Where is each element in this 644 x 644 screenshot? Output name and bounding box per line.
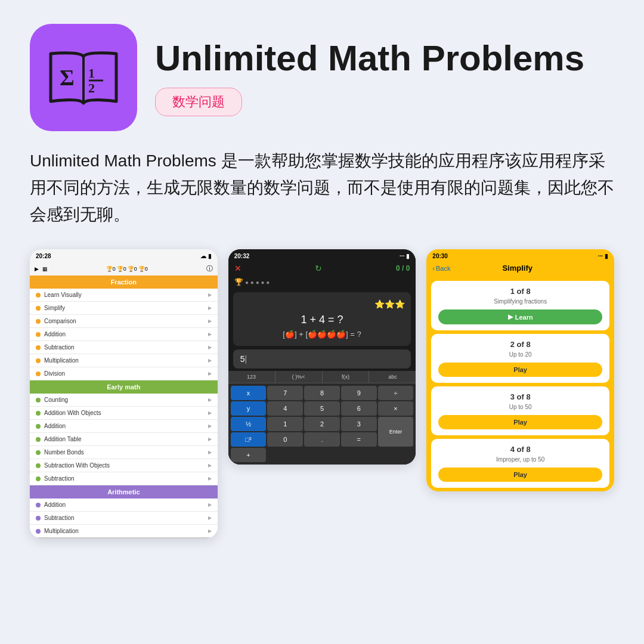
stars: ⭐⭐⭐	[239, 299, 405, 309]
time-1: 20:28	[36, 253, 51, 259]
key-plus[interactable]: +	[231, 448, 267, 462]
list-item[interactable]: Addition▶	[30, 499, 218, 512]
arithmetic-menu: Addition▶ Subtraction▶ Multiplication▶	[30, 499, 218, 538]
list-item[interactable]: Addition▶	[30, 328, 218, 341]
keyboard-tabs: 123 ( )%< f(x) abc	[228, 371, 416, 383]
list-item[interactable]: Subtraction▶	[30, 341, 218, 354]
list-item[interactable]: Number Bonds▶	[30, 446, 218, 459]
key-equals[interactable]: =	[341, 432, 377, 447]
phone2-toolbar: ✕ ↻ 0 / 0	[228, 261, 416, 275]
screenshots-row: 20:28 ☁ ▮ ▶ ▦ 🏆0 🏆0 🏆0 🏆0 ⓘ Fraction Lea…	[30, 249, 614, 538]
list-item[interactable]: Addition With Objects▶	[30, 407, 218, 420]
card-1: 1 of 8 Simplifying fractions ▶ Learn	[431, 281, 609, 330]
card-2: 2 of 8 Up to 20 Play	[431, 334, 609, 383]
back-button[interactable]: ‹ Back	[432, 265, 450, 272]
arithmetic-header: Arithmetic	[30, 485, 218, 499]
status-bar-3: 20:30 ··· ▮	[426, 249, 614, 261]
tab-abc[interactable]: abc	[369, 371, 416, 383]
list-item[interactable]: Multiplication▶	[30, 354, 218, 367]
fraction-menu: Learn Visually▶ Simplify▶ Comparison▶ Ad…	[30, 289, 218, 380]
key-3[interactable]: 3	[341, 417, 377, 431]
keyboard-grid: x 7 8 9 ÷ y 4 5 6 × ½ 1 2 3 Enter □² 0 .…	[228, 383, 416, 465]
header-text: Unlimited Math Problems 数学问题	[155, 39, 584, 116]
key-multiply[interactable]: ×	[378, 401, 414, 416]
key-6[interactable]: 6	[341, 401, 377, 416]
battery-icon-2: ▮	[406, 253, 410, 259]
card-num-2: 2 of 8	[438, 340, 602, 349]
progress-row: 🏆 ● ● ● ● ●	[228, 275, 416, 289]
chevron-left-icon: ‹	[432, 265, 435, 272]
answer-input[interactable]: 5|	[233, 349, 411, 369]
list-item[interactable]: Division▶	[30, 367, 218, 380]
list-item[interactable]: Counting▶	[30, 394, 218, 407]
play-icon: ▶	[35, 266, 39, 272]
key-power[interactable]: □²	[231, 432, 267, 447]
key-0[interactable]: 0	[267, 432, 303, 447]
key-fraction[interactable]: ½	[231, 417, 267, 431]
key-5[interactable]: 5	[304, 401, 340, 416]
math-problem-area: ⭐⭐⭐ 1 + 4 = ? [🍎] + [🍎🍎🍎🍎] = ?	[233, 292, 411, 346]
list-item[interactable]: Learn Visually▶	[30, 289, 218, 302]
close-icon: ✕	[234, 264, 242, 273]
list-item[interactable]: Simplify▶	[30, 302, 218, 315]
status-bar-1: 20:28 ☁ ▮	[30, 249, 218, 262]
svg-text:1: 1	[88, 66, 95, 80]
wifi-icon: ☁	[200, 253, 206, 259]
list-item[interactable]: Subtraction▶	[30, 512, 218, 525]
phone3-nav: ‹ Back Simplify	[426, 261, 614, 277]
play-icon-learn: ▶	[508, 313, 513, 321]
toolbar-left-icons: ▶ ▦	[35, 266, 48, 272]
key-8[interactable]: 8	[304, 386, 340, 400]
battery-icon-3: ▮	[605, 253, 608, 259]
svg-text:2: 2	[88, 80, 95, 95]
svg-text:Σ: Σ	[60, 65, 75, 90]
fraction-header: Fraction	[30, 275, 218, 289]
key-9[interactable]: 9	[341, 386, 377, 400]
list-item[interactable]: Subtraction With Objects▶	[30, 459, 218, 472]
key-y[interactable]: y	[231, 401, 267, 416]
time-2: 20:32	[234, 253, 250, 259]
play-button-3[interactable]: Play	[438, 415, 602, 429]
key-enter[interactable]: Enter	[378, 417, 414, 447]
key-dot[interactable]: .	[304, 432, 340, 447]
key-4[interactable]: 4	[267, 401, 303, 416]
card-4: 4 of 8 Improper, up to 50 Play	[431, 439, 609, 488]
math-objects: [🍎] + [🍎🍎🍎🍎] = ?	[239, 330, 405, 339]
status-bar-2: 20:32 ··· ▮	[228, 249, 416, 261]
status-icons-2: ··· ▮	[400, 253, 410, 259]
tab-fx[interactable]: f(x)	[323, 371, 370, 383]
nav-title: Simplify	[502, 264, 532, 273]
status-icons-1: ☁ ▮	[200, 253, 212, 259]
phone1-toolbar: ▶ ▦ 🏆0 🏆0 🏆0 🏆0 ⓘ	[30, 262, 218, 275]
info-icon: ⓘ	[206, 264, 213, 273]
learn-button[interactable]: ▶ Learn	[438, 309, 602, 324]
list-item[interactable]: Comparison▶	[30, 315, 218, 328]
phone-screenshot-3: 20:30 ··· ▮ ‹ Back Simplify 1 of 8 Simpl…	[426, 249, 614, 491]
chart-icon: ▦	[42, 266, 48, 272]
play-button-4[interactable]: Play	[438, 467, 602, 482]
tab-123[interactable]: 123	[228, 371, 275, 383]
time-3: 20:30	[432, 253, 448, 259]
list-item[interactable]: Addition▶	[30, 420, 218, 433]
card-num-3: 3 of 8	[438, 392, 602, 401]
trophy-row: 🏆0 🏆0 🏆0 🏆0	[106, 266, 148, 272]
play-button-2[interactable]: Play	[438, 363, 602, 377]
list-item[interactable]: Multiplication▶	[30, 525, 218, 538]
score-display: 0 / 0	[396, 264, 410, 273]
app-header: Σ 1 2 Unlimited Math Problems 数学问题	[30, 24, 614, 131]
key-x[interactable]: x	[231, 386, 267, 400]
tab-symbols[interactable]: ( )%<	[275, 371, 323, 383]
keyboard: 123 ( )%< f(x) abc x 7 8 9 ÷ y 4 5 6 × ½…	[228, 371, 416, 465]
timer-icon: ↻	[315, 264, 322, 273]
list-item[interactable]: Subtraction▶	[30, 472, 218, 485]
status-icons-3: ··· ▮	[598, 253, 608, 259]
key-2[interactable]: 2	[304, 417, 340, 431]
key-divide[interactable]: ÷	[378, 386, 414, 400]
phone-screenshot-2: 20:32 ··· ▮ ✕ ↻ 0 / 0 🏆 ● ● ● ● ● ⭐⭐⭐ 1 …	[228, 249, 416, 465]
card-num-4: 4 of 8	[438, 445, 602, 454]
card-desc-2: Up to 20	[438, 351, 602, 358]
key-1[interactable]: 1	[267, 417, 303, 431]
list-item[interactable]: Addition Table▶	[30, 433, 218, 446]
key-7[interactable]: 7	[267, 386, 303, 400]
wifi-icon-3: ···	[598, 253, 603, 259]
